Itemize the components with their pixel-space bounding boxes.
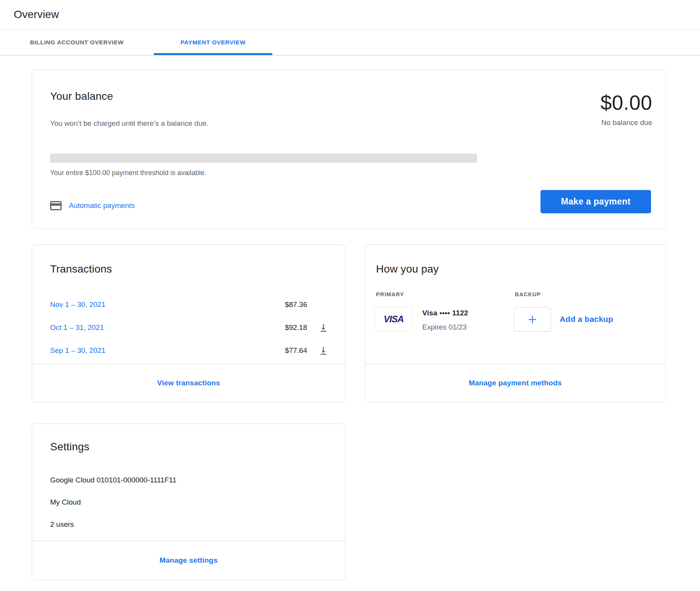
primary-method-label: PRIMARY xyxy=(376,291,404,297)
view-transactions-link[interactable]: View transactions xyxy=(32,378,345,388)
add-a-backup-link[interactable]: Add a backup xyxy=(560,314,613,324)
users-link[interactable]: 2 users xyxy=(50,520,74,529)
card-divider xyxy=(32,541,345,541)
balance-card: Your balance You won’t be charged until … xyxy=(32,70,666,229)
download-icon[interactable] xyxy=(318,346,329,356)
make-a-payment-button[interactable]: Make a payment xyxy=(540,190,651,213)
tab-bar: BILLING ACCOUNT OVERVIEW PAYMENT OVERVIE… xyxy=(0,30,700,56)
balance-subtitle: You won’t be charged until there’s a bal… xyxy=(50,119,208,128)
how-you-pay-card-title: How you pay xyxy=(376,262,439,276)
how-you-pay-card: How you pay PRIMARY BACKUP VISA Visa •••… xyxy=(365,244,666,403)
plus-icon xyxy=(526,313,539,326)
automatic-payments-label: Automatic payments xyxy=(69,201,135,210)
transaction-amount: $77.64 xyxy=(285,346,307,356)
settings-card-title: Settings xyxy=(50,440,90,454)
transaction-period-link[interactable]: Nov 1 – 30, 2021 xyxy=(50,300,106,310)
card-divider xyxy=(365,364,666,364)
tab-billing-account-overview[interactable]: BILLING ACCOUNT OVERVIEW xyxy=(0,30,154,55)
download-slot xyxy=(307,346,329,356)
settings-card: Settings Google Cloud 010101-000000-1111… xyxy=(32,424,345,580)
card-number-label: Visa •••• 1122 xyxy=(422,308,468,318)
transaction-amount: $87.36 xyxy=(285,300,307,310)
active-tab-indicator xyxy=(154,53,272,55)
page-title: Overview xyxy=(14,8,59,21)
transaction-period-link[interactable]: Oct 1 – 31, 2021 xyxy=(50,323,104,333)
card-expiry-label: Expires 01/23 xyxy=(422,322,467,332)
billing-account-id: Google Cloud 010101-000000-1111F11 xyxy=(50,475,176,485)
balance-caption: No balance due xyxy=(492,118,652,128)
threshold-note: Your entire $100.00 payment threshold is… xyxy=(50,168,207,177)
payment-threshold-bar xyxy=(50,154,477,163)
credit-card-icon xyxy=(49,199,63,213)
transaction-row: Sep 1 – 30, 2021 $77.64 xyxy=(50,344,329,357)
visa-logo: VISA xyxy=(384,314,404,325)
transaction-row: Nov 1 – 30, 2021 $87.36 xyxy=(50,298,329,311)
page-header: Overview xyxy=(0,0,700,30)
card-divider xyxy=(32,364,345,364)
add-backup-tile[interactable] xyxy=(514,307,551,332)
backup-method-label: BACKUP xyxy=(515,291,541,297)
visa-card-tile: VISA xyxy=(374,307,413,331)
tab-payment-overview[interactable]: PAYMENT OVERVIEW xyxy=(154,30,272,55)
transactions-card: Transactions Nov 1 – 30, 2021 $87.36 Oct… xyxy=(32,244,345,403)
transaction-amount: $92.18 xyxy=(285,323,307,333)
transaction-period-link[interactable]: Sep 1 – 30, 2021 xyxy=(50,346,106,356)
billing-account-name: My Cloud xyxy=(50,497,81,507)
manage-payment-methods-link[interactable]: Manage payment methods xyxy=(365,378,666,388)
automatic-payments-link[interactable]: Automatic payments xyxy=(49,197,135,214)
transaction-row: Oct 1 – 31, 2021 $92.18 xyxy=(50,321,329,334)
transactions-card-title: Transactions xyxy=(50,262,112,276)
download-slot xyxy=(307,323,329,333)
download-icon[interactable] xyxy=(318,323,329,333)
balance-card-title: Your balance xyxy=(50,89,113,103)
balance-amount: $0.00 xyxy=(492,91,652,114)
manage-settings-link[interactable]: Manage settings xyxy=(32,555,345,565)
payment-overview-page: Overview BILLING ACCOUNT OVERVIEW PAYMEN… xyxy=(0,0,700,591)
